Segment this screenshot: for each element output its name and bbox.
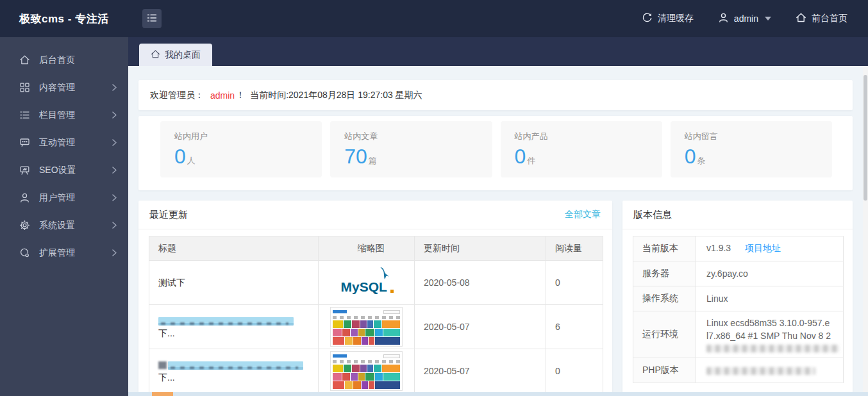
sidebar-item-label: 互动管理 (39, 137, 75, 149)
user-icon (718, 12, 729, 25)
app-title: 极致cms - 专注活 (0, 12, 128, 26)
sidebar-item-label: 用户管理 (39, 192, 75, 204)
tab-label: 我的桌面 (165, 49, 201, 61)
article-title-suffix: 下... (158, 328, 175, 338)
sidebar-item-label: SEO设置 (39, 165, 76, 176)
refresh-icon (642, 12, 653, 25)
table-row: PHP版本 (633, 358, 844, 383)
redacted-character (158, 361, 167, 369)
sidebar-item-users[interactable]: 用户管理 (0, 184, 128, 211)
tab-bar: 我的桌面 (128, 37, 868, 66)
article-title: 测试下 (158, 277, 185, 288)
recent-panel-header: 最近更新 全部文章 (138, 201, 612, 229)
top-header: 极致cms - 专注活 清理缓存 admin 前台首页 (0, 0, 868, 37)
clear-cache-label: 清理缓存 (658, 13, 694, 24)
bottom-row: 最近更新 全部文章 标题 缩略图 更新时间 阅读量 测试下 (138, 201, 853, 396)
welcome-banner: 欢迎管理员： admin ！ 当前时间:2021年08月28日 19:27:03… (138, 80, 853, 110)
sidebar-item-extensions[interactable]: 扩展管理 (0, 239, 128, 267)
stat-card-messages: 站内留言 0条 (671, 121, 832, 177)
table-row: 服务器 zy.6pay.co (633, 261, 844, 286)
chat-icon (19, 137, 30, 148)
table-row: 当前版本 v1.9.3 项目地址 (633, 236, 844, 261)
tab-my-desktop[interactable]: 我的桌面 (139, 44, 212, 66)
article-date: 2020-05-07 (415, 305, 546, 349)
sidebar-item-label: 内容管理 (39, 82, 75, 94)
stat-value: 0人 (174, 145, 322, 169)
stat-label: 站内留言 (685, 131, 832, 142)
sidebar-item-dashboard[interactable]: 后台首页 (0, 46, 128, 74)
sidebar-item-settings[interactable]: 系统设置 (0, 211, 128, 239)
redaction-highlight (168, 361, 303, 370)
col-title: 标题 (149, 236, 319, 261)
article-title-suffix: 下... (158, 372, 175, 383)
home-icon (796, 12, 806, 25)
article-views: 0 (546, 349, 603, 393)
version-info-table: 当前版本 v1.9.3 项目地址 服务器 zy.6pay.co 操作系统 Lin… (633, 236, 844, 383)
sidebar-item-interaction[interactable]: 互动管理 (0, 129, 128, 156)
main-content: 欢迎管理员： admin ！ 当前时间:2021年08月28日 19:27:03… (128, 66, 868, 396)
project-url-link[interactable]: 项目地址 (745, 243, 781, 253)
stat-label: 站内文章 (344, 131, 492, 142)
mysql-logo-thumbnail: MySQL (340, 268, 394, 296)
site-screenshot-thumbnail (330, 351, 403, 391)
menu-toggle-button[interactable] (142, 9, 162, 28)
stat-value: 0件 (515, 145, 662, 169)
version-label: 服务器 (633, 261, 696, 286)
sidebar-item-label: 栏目管理 (39, 110, 75, 121)
recent-updates-table: 标题 缩略图 更新时间 阅读量 测试下 MySQL (149, 236, 603, 393)
site-searchbox (383, 310, 400, 314)
sidebar-item-content[interactable]: 内容管理 (0, 74, 128, 101)
col-date: 更新时间 (415, 236, 546, 261)
chevron-right-icon (112, 83, 117, 93)
stat-label: 站内产品 (515, 131, 662, 142)
board-icon (19, 165, 30, 176)
stat-unit: 件 (527, 156, 535, 165)
table-row[interactable]: 下... 2020-05-07 (149, 305, 603, 349)
sidebar-item-columns[interactable]: 栏目管理 (0, 101, 128, 129)
username-label: admin (734, 13, 758, 24)
vertical-scrollbar[interactable] (863, 66, 868, 396)
list-icon (19, 110, 30, 120)
home-icon (19, 54, 30, 65)
welcome-prefix: 欢迎管理员： (150, 90, 204, 101)
article-date: 2020-05-07 (415, 349, 546, 393)
table-row[interactable]: 下... 2020-05-07 (149, 349, 603, 393)
all-articles-link[interactable]: 全部文章 (565, 209, 601, 220)
mysql-orange-dot (390, 290, 394, 293)
sidebar-item-label: 扩展管理 (39, 247, 75, 259)
scrollbar-thumb[interactable] (864, 75, 867, 201)
site-screenshot-thumbnail (330, 307, 403, 347)
version-label: PHP版本 (633, 358, 696, 383)
stat-unit: 人 (187, 156, 196, 165)
panel-title: 最近更新 (149, 209, 188, 221)
stat-unit: 篇 (369, 156, 377, 165)
gear-icon (19, 220, 30, 231)
cloud-icon (19, 247, 30, 258)
chevron-right-icon (112, 138, 117, 148)
front-home-link[interactable]: 前台首页 (796, 12, 847, 25)
article-views: 6 (546, 305, 603, 349)
sidebar-item-seo[interactable]: SEO设置 (0, 156, 128, 184)
col-views: 阅读量 (546, 236, 603, 261)
clipped-bottom-strip (128, 392, 868, 396)
header-actions: 清理缓存 admin 前台首页 (642, 12, 868, 25)
table-row[interactable]: 测试下 MySQL 2020-05-08 0 (149, 261, 603, 305)
stat-card-articles: 站内文章 70篇 (330, 121, 492, 177)
stat-unit: 条 (697, 156, 706, 165)
user-icon (19, 192, 30, 203)
user-menu[interactable]: admin (718, 12, 771, 25)
version-label: 操作系统 (633, 286, 696, 311)
version-panel-header: 版本信息 (622, 201, 853, 229)
article-views: 0 (546, 261, 603, 305)
current-time: 当前时间:2021年08月28日 19:27:03 星期六 (250, 90, 422, 101)
table-row: 操作系统 Linux (633, 286, 844, 311)
redaction-highlight (158, 317, 294, 326)
sidebar-item-label: 系统设置 (39, 220, 75, 231)
site-searchbox (383, 354, 400, 358)
stat-value: 70篇 (344, 145, 492, 169)
version-label: 当前版本 (633, 236, 696, 261)
site-logo (333, 310, 347, 313)
chevron-right-icon (112, 220, 117, 231)
stats-panel: 站内用户 0人 站内文章 70篇 站内产品 0件 站内留言 0条 (138, 116, 853, 190)
clear-cache-button[interactable]: 清理缓存 (642, 12, 694, 25)
